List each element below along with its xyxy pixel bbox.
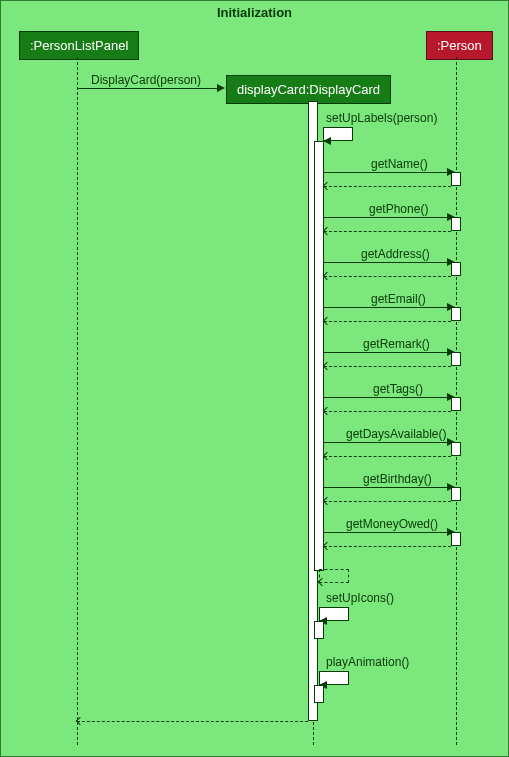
returnhead-getname [323,182,331,190]
msg-create: DisplayCard(person) [91,73,201,87]
msg-setuplabels: setUpLabels(person) [326,111,437,125]
msg-getbirthday: getBirthday() [363,472,432,486]
arrow-getaddress [324,262,449,263]
return-getremark [324,366,451,367]
return-gettags [324,411,451,412]
activation-person-gettags [451,397,461,411]
arrow-getphone [324,217,449,218]
arrow-gettags [324,397,449,398]
activation-setupicons [314,621,324,639]
return-getemail [324,321,451,322]
arrowhead-setuplabels [323,137,331,145]
arrowhead-create [217,84,225,92]
return-getaddress [324,276,451,277]
return-getmoneyowed [324,546,451,547]
returnhead-getphone [323,227,331,235]
activation-person-getphone [451,217,461,231]
returnhead-gettags [323,407,331,415]
msg-getdaysavailable: getDaysAvailable() [346,427,447,441]
msg-getphone: getPhone() [369,202,428,216]
activation-person-getemail [451,307,461,321]
lifeline-personlistpanel [77,57,78,745]
msg-getname: getName() [371,157,428,171]
participant-person: :Person [426,31,493,60]
arrow-getname [324,172,449,173]
return-getdaysavailable [324,456,451,457]
msg-gettags: getTags() [373,382,423,396]
returnhead-getmoneyowed [323,542,331,550]
arrow-getemail [324,307,449,308]
arrow-create [77,88,219,89]
activation-person-getname [451,172,461,186]
returnhead-getdaysavailable [323,452,331,460]
activation-displaycard-setuplabels [314,141,324,571]
returnhead-getemail [323,317,331,325]
msg-getmoneyowed: getMoneyOwed() [346,517,438,531]
arrow-getmoneyowed [324,532,449,533]
return-getphone [324,231,451,232]
returnhead-getbirthday [323,497,331,505]
sequence-diagram: Initialization :PersonListPanel displayC… [0,0,509,757]
msg-getemail: getEmail() [371,292,426,306]
activation-person-getaddress [451,262,461,276]
msg-setupicons: setUpIcons() [326,591,394,605]
return-getbirthday [324,501,451,502]
final-return [77,721,308,722]
participant-personlistpanel: :PersonListPanel [19,31,139,60]
arrow-getdaysavailable [324,442,449,443]
activation-person-getdaysavailable [451,442,461,456]
activation-person-getremark [451,352,461,366]
returnhead-getaddress [323,272,331,280]
arrow-getbirthday [324,487,449,488]
activation-person-getbirthday [451,487,461,501]
msg-playanimation: playAnimation() [326,655,409,669]
returnhead-getremark [323,362,331,370]
return-getname [324,186,451,187]
activation-person-getmoneyowed [451,532,461,546]
msg-getremark: getRemark() [363,337,430,351]
activation-playanimation [314,685,324,703]
msg-getaddress: getAddress() [361,247,430,261]
arrow-getremark [324,352,449,353]
participant-displaycard: displayCard:DisplayCard [226,75,391,104]
frame-title: Initialization [1,1,508,24]
